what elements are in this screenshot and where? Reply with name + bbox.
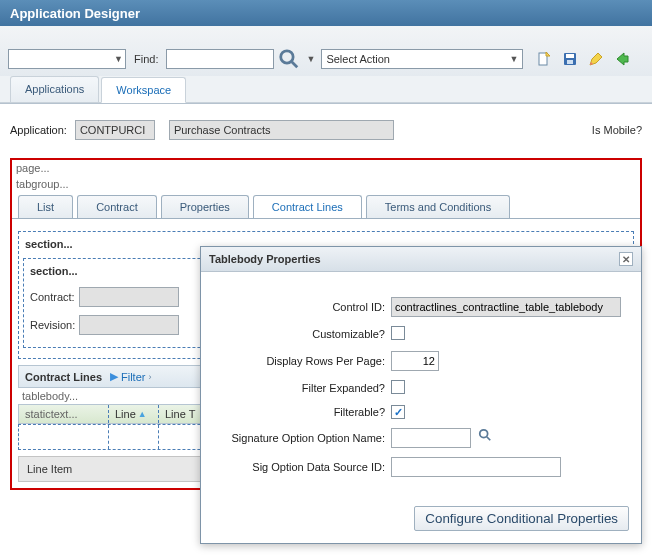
save-button[interactable]: [559, 48, 581, 70]
context-dropdown[interactable]: ▼: [8, 49, 126, 69]
customizable-checkbox[interactable]: [391, 326, 405, 340]
page-control-label[interactable]: page...: [12, 160, 640, 176]
svg-line-11: [487, 437, 491, 441]
line-column-label: Line: [115, 408, 136, 420]
filter-expanded-checkbox[interactable]: [391, 380, 405, 394]
revision-field-label: Revision:: [30, 319, 75, 331]
svg-marker-3: [546, 52, 550, 56]
filter-label: Filter: [121, 371, 145, 383]
search-icon: [478, 428, 492, 442]
clear-button[interactable]: [585, 48, 607, 70]
tab-workspace[interactable]: Workspace: [101, 77, 186, 103]
sig-source-id-label: Sig Option Data Source ID:: [215, 461, 391, 473]
back-arrow-icon: [614, 51, 630, 67]
tab-properties[interactable]: Properties: [161, 195, 249, 218]
tabgroup-control-label[interactable]: tabgroup...: [12, 176, 640, 192]
tab-terms-conditions[interactable]: Terms and Conditions: [366, 195, 510, 218]
chevron-down-icon: ▼: [114, 54, 123, 64]
application-description: Purchase Contracts: [169, 120, 394, 140]
filter-button[interactable]: ▶ Filter ›: [110, 370, 151, 383]
application-label: Application:: [10, 124, 67, 136]
svg-point-0: [281, 51, 293, 63]
app-title: Application Designer: [0, 0, 652, 26]
filter-play-icon: ▶: [110, 370, 118, 383]
save-icon: [562, 51, 578, 67]
statictext-column[interactable]: statictext...: [19, 405, 109, 423]
rows-per-page-field[interactable]: [391, 351, 439, 371]
sig-option-name-field[interactable]: [391, 428, 471, 448]
search-button[interactable]: [278, 48, 300, 70]
is-mobile-label: Is Mobile?: [592, 124, 642, 136]
svg-rect-5: [566, 54, 574, 58]
configure-conditional-button[interactable]: Configure Conditional Properties: [414, 506, 629, 531]
tablebody-properties-dialog: Tablebody Properties ✕ Control ID: Custo…: [200, 246, 642, 544]
sort-asc-icon: ▲: [138, 409, 147, 419]
new-document-icon: [536, 51, 552, 67]
tab-contract-lines[interactable]: Contract Lines: [253, 195, 362, 218]
filterable-label: Filterable?: [215, 406, 391, 418]
contract-field-label: Contract:: [30, 291, 75, 303]
tab-list[interactable]: List: [18, 195, 73, 218]
toolbar-area: ▼ Find: ▼ Select Action ▼ Applicatio: [0, 26, 652, 104]
application-field: CONTPURCI: [75, 120, 155, 140]
find-label: Find:: [134, 53, 158, 65]
svg-point-10: [480, 430, 488, 438]
new-button[interactable]: [533, 48, 555, 70]
dialog-close-button[interactable]: ✕: [619, 252, 633, 266]
search-icon: [278, 48, 300, 70]
filterable-checkbox[interactable]: [391, 405, 405, 419]
sig-source-id-field[interactable]: [391, 457, 561, 477]
sig-option-lookup-button[interactable]: [478, 428, 492, 442]
close-icon: ✕: [622, 254, 630, 265]
contract-lines-title: Contract Lines: [25, 371, 102, 383]
select-action-dropdown[interactable]: Select Action ▼: [321, 49, 523, 69]
revision-field[interactable]: [79, 315, 179, 335]
pencil-icon: [588, 51, 604, 67]
rows-per-page-label: Display Rows Per Page:: [215, 355, 391, 367]
tab-contract[interactable]: Contract: [77, 195, 157, 218]
svg-marker-9: [617, 53, 628, 65]
control-id-field: [391, 297, 621, 317]
find-input[interactable]: [166, 49, 274, 69]
line-column-header[interactable]: Line ▲: [109, 405, 159, 423]
chevron-down-icon: ▼: [509, 54, 518, 64]
chevron-down-icon: ▼: [306, 54, 315, 64]
filter-expanded-label: Filter Expanded?: [215, 382, 391, 394]
tab-applications[interactable]: Applications: [10, 76, 99, 102]
contract-field[interactable]: [79, 287, 179, 307]
svg-rect-6: [567, 60, 573, 64]
sig-option-name-label: Signature Option Option Name:: [215, 432, 391, 444]
control-id-label: Control ID:: [215, 301, 391, 313]
chevron-right-icon: ›: [148, 372, 151, 382]
select-action-label: Select Action: [326, 53, 390, 65]
customizable-label: Customizable?: [215, 328, 391, 340]
back-button[interactable]: [611, 48, 633, 70]
dialog-title: Tablebody Properties: [209, 253, 321, 265]
svg-line-1: [292, 62, 298, 68]
